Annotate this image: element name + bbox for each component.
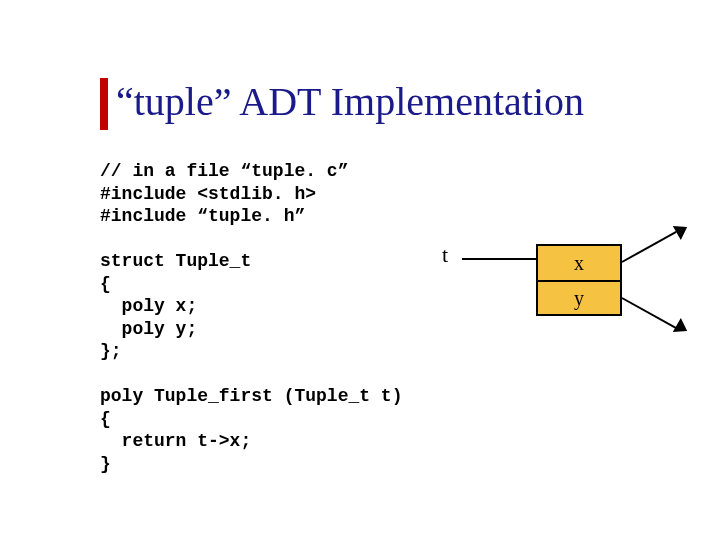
struct-boxes: x y bbox=[536, 244, 622, 316]
field-y-box: y bbox=[538, 280, 620, 314]
struct-diagram: t x y bbox=[430, 244, 690, 364]
accent-bar bbox=[100, 78, 108, 130]
arrow-x-head bbox=[673, 220, 691, 240]
field-x-box: x bbox=[538, 246, 620, 280]
pointer-label: t bbox=[442, 242, 448, 268]
arrow-y bbox=[622, 297, 677, 329]
pointer-line bbox=[462, 258, 536, 260]
arrow-x bbox=[622, 231, 677, 263]
code-listing: // in a file “tuple. c” #include <stdlib… bbox=[100, 160, 402, 475]
slide-title: “tuple” ADT Implementation bbox=[116, 78, 584, 125]
arrow-y-head bbox=[673, 318, 691, 338]
